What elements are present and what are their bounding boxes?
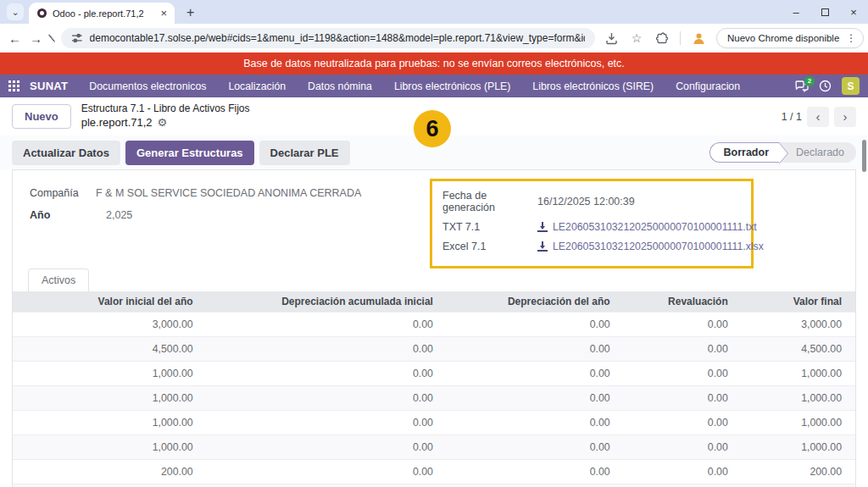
- neutralized-database-banner: Base de datos neutralizada para pruebas:…: [0, 53, 868, 75]
- address-bar[interactable]: democontable17.solse.pe/web#cids=1&menu_…: [61, 28, 595, 48]
- message-count-badge: 2: [804, 76, 815, 86]
- table-row[interactable]: 1,000.000.000.000.001,000.00: [13, 362, 855, 386]
- status-declarado[interactable]: Declarado: [779, 142, 856, 163]
- table-row[interactable]: 1,000.000.000.000.001,000.00: [13, 484, 855, 487]
- table-cell: 0.00: [624, 337, 742, 362]
- table-row[interactable]: 200.000.000.000.00200.00: [13, 460, 855, 484]
- new-tab-button[interactable]: +: [181, 5, 199, 20]
- tab-activos[interactable]: Activos: [28, 268, 89, 291]
- restore-button[interactable]: [810, 0, 839, 24]
- browser-menu-icon[interactable]: ⋮: [844, 32, 858, 44]
- year-label: Año: [30, 209, 96, 221]
- save-share-icon[interactable]: [604, 30, 619, 46]
- table-cell: 200.00: [13, 460, 207, 484]
- form-sheet: Compañía F & M SOL SERVICE SOCIEDAD ANON…: [12, 169, 856, 487]
- excel-download-link[interactable]: LE2060531032120250000070100001111.xlsx: [537, 241, 764, 252]
- menu-localizacion[interactable]: Localización: [220, 80, 293, 92]
- table-cell: 0.00: [447, 435, 624, 460]
- bookmark-star-icon[interactable]: ☆: [629, 30, 644, 46]
- table-cell: 0.00: [207, 362, 447, 386]
- header-revaluacion[interactable]: Revaluación: [624, 291, 742, 313]
- update-pill-label: Nuevo Chrome disponible: [727, 33, 839, 43]
- status-borrador[interactable]: Borrador: [709, 142, 779, 163]
- table-cell: 0.00: [207, 460, 447, 484]
- table-cell: 0.00: [447, 460, 624, 484]
- menu-libros-ple[interactable]: Libros electrónicos (PLE): [387, 80, 518, 92]
- menu-documentos-electronicos[interactable]: Documentos electronicos: [81, 80, 214, 92]
- year-value[interactable]: 2,025: [106, 209, 132, 221]
- menu-datos-nomina[interactable]: Datos nómina: [300, 80, 380, 92]
- table-row[interactable]: 3,000.000.000.000.003,000.00: [13, 313, 855, 337]
- table-row[interactable]: 1,000.000.000.000.001,000.00: [13, 435, 855, 460]
- generation-date-value: 16/12/2025 12:00:39: [537, 196, 635, 208]
- table-cell: 0.00: [207, 337, 447, 362]
- table-cell: 0.00: [447, 337, 624, 362]
- table-cell: 1,000.00: [742, 435, 855, 460]
- table-cell: 0.00: [207, 435, 447, 460]
- profile-icon[interactable]: [691, 30, 706, 46]
- header-depreciacion-acumulada[interactable]: Depreciación acumulada inicial: [207, 291, 447, 313]
- tab-close-icon[interactable]: ×: [158, 7, 170, 19]
- tab-search-button[interactable]: ⌄: [7, 3, 24, 20]
- menu-libros-sire[interactable]: Libros electrónicos (SIRE): [525, 80, 661, 92]
- table-cell: 0.00: [624, 435, 742, 460]
- table-cell: 4,500.00: [742, 337, 855, 362]
- table-cell: 200.00: [742, 460, 855, 484]
- close-button[interactable]: ×: [839, 0, 868, 24]
- txt-file-name: LE2060531032120250000070100001111.txt: [553, 221, 757, 233]
- messages-button[interactable]: 2: [795, 80, 809, 92]
- excel-file-name: LE2060531032120250000070100001111.xlsx: [553, 241, 764, 252]
- table-cell: 0.00: [447, 411, 624, 435]
- table-cell: 1,000.00: [13, 386, 207, 411]
- table-cell: 0.00: [624, 411, 742, 435]
- table-header-row: Valor inicial del año Depreciación acumu…: [13, 291, 855, 313]
- forward-button[interactable]: →: [30, 31, 42, 46]
- actualizar-datos-button[interactable]: Actualizar Datos: [12, 141, 120, 165]
- table-cell: 0.00: [447, 484, 624, 487]
- new-record-button[interactable]: Nuevo: [12, 104, 71, 129]
- chrome-update-pill[interactable]: Nuevo Chrome disponible ⋮: [716, 28, 864, 48]
- table-cell: 0.00: [624, 386, 742, 411]
- activities-button[interactable]: [819, 80, 832, 92]
- browser-tab[interactable]: Odoo - ple.report.71,2 ×: [29, 3, 175, 24]
- browser-toolbar: ← → democontable17.solse.pe/web#cids=1&m…: [0, 24, 868, 53]
- reload-button[interactable]: [47, 34, 55, 42]
- table-cell: 1,000.00: [13, 362, 207, 386]
- download-icon: [537, 241, 548, 252]
- back-button[interactable]: ←: [8, 31, 21, 46]
- record-pager: 1 / 1 ‹ ›: [782, 107, 856, 127]
- table-cell: 0.00: [624, 362, 742, 386]
- user-avatar[interactable]: S: [842, 77, 860, 95]
- apps-grid-icon[interactable]: [8, 80, 19, 91]
- chevron-down-icon: ⌄: [11, 7, 19, 18]
- header-valor-inicial[interactable]: Valor inicial del año: [13, 291, 207, 313]
- pager-count: 1 / 1: [782, 111, 802, 123]
- header-valor-final[interactable]: Valor final: [742, 291, 855, 313]
- table-cell: 0.00: [207, 313, 447, 337]
- table-row[interactable]: 1,000.000.000.000.001,000.00: [13, 411, 855, 435]
- table-row[interactable]: 1,000.000.000.000.001,000.00: [13, 386, 855, 411]
- menu-configuracion[interactable]: Configuracion: [668, 80, 748, 92]
- table-cell: 0.00: [447, 313, 624, 337]
- breadcrumb-title[interactable]: Estructura 7.1 - Libro de Activos Fijos: [81, 102, 250, 116]
- header-depreciacion-anio[interactable]: Depreciación del año: [447, 291, 624, 313]
- toolbar-divider: [680, 31, 681, 45]
- navbar-right: 2 S: [795, 77, 860, 95]
- toolbar-icons: ☆ Nuevo Chrome disponible ⋮: [604, 28, 864, 48]
- pager-previous-button[interactable]: ‹: [807, 107, 829, 127]
- extensions-puzzle-icon[interactable]: [654, 30, 670, 46]
- declarar-ple-button[interactable]: Declarar PLE: [259, 141, 350, 165]
- txt-download-link[interactable]: LE2060531032120250000070100001111.txt: [537, 221, 757, 233]
- page-scrollbar[interactable]: [862, 140, 866, 172]
- generar-estructuras-button[interactable]: Generar Estructuras: [125, 141, 254, 165]
- form-fields: Compañía F & M SOL SERVICE SOCIEDAD ANON…: [13, 170, 855, 268]
- app-brand[interactable]: SUNAT: [30, 80, 68, 92]
- table-cell: 0.00: [447, 362, 624, 386]
- site-info-icon[interactable]: [71, 32, 83, 44]
- annotation-circle-6: 6: [414, 110, 451, 147]
- company-value[interactable]: F & M SOL SERVICE SOCIEDAD ANONIMA CERRA…: [96, 187, 361, 199]
- table-row[interactable]: 4,500.000.000.000.004,500.00: [13, 337, 855, 362]
- gear-icon[interactable]: ⚙: [158, 116, 168, 130]
- minimize-button[interactable]: –: [782, 0, 810, 24]
- pager-next-button[interactable]: ›: [834, 107, 856, 127]
